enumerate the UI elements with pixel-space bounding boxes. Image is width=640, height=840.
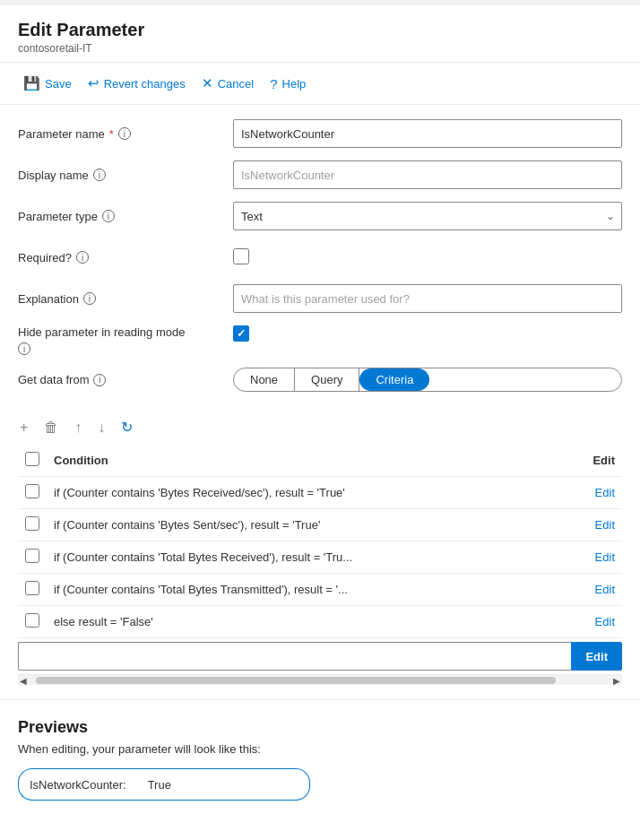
scroll-right-icon[interactable]: ▶ bbox=[611, 675, 622, 685]
help-button[interactable]: ? Help bbox=[264, 73, 311, 95]
select-all-checkbox[interactable] bbox=[25, 452, 39, 466]
row-checkbox-2[interactable] bbox=[25, 549, 39, 563]
condition-cell-0: if (Counter contains 'Bytes Received/sec… bbox=[47, 477, 568, 509]
parameter-type-label: Parameter type i bbox=[18, 210, 233, 223]
parameter-type-info-icon[interactable]: i bbox=[102, 210, 115, 222]
required-checkbox[interactable] bbox=[233, 248, 249, 264]
get-data-row: Get data from i None Query Criteria bbox=[18, 368, 622, 392]
row-checkbox-4[interactable] bbox=[25, 613, 39, 628]
edit-row-button-4[interactable]: Edit bbox=[595, 615, 615, 628]
required-control bbox=[233, 248, 622, 267]
cancel-button[interactable]: ✕ Cancel bbox=[196, 72, 259, 95]
display-name-input[interactable] bbox=[233, 160, 622, 189]
condition-cell-2: if (Counter contains 'Total Bytes Receiv… bbox=[47, 541, 568, 574]
edit-col-header: Edit bbox=[568, 445, 622, 477]
hide-param-checkbox-col: ✓ bbox=[233, 325, 249, 342]
refresh-button[interactable]: ↻ bbox=[119, 417, 134, 437]
criteria-table: Condition Edit if (Counter contains 'Byt… bbox=[18, 445, 622, 638]
hide-param-info-icon[interactable]: i bbox=[18, 342, 30, 355]
previews-description: When editing, your parameter will look l… bbox=[18, 742, 622, 756]
parameter-name-control bbox=[233, 119, 622, 148]
get-data-label: Get data from i bbox=[18, 373, 233, 386]
parameter-name-info-icon[interactable]: i bbox=[118, 127, 131, 140]
move-up-button[interactable]: ↑ bbox=[73, 418, 83, 437]
table-row: if (Counter contains 'Total Bytes Transm… bbox=[18, 574, 622, 606]
revert-icon: ↩ bbox=[88, 75, 99, 91]
display-name-control bbox=[233, 160, 622, 189]
bottom-text-input[interactable] bbox=[18, 642, 571, 671]
preview-value-input[interactable] bbox=[137, 768, 310, 801]
save-button[interactable]: 💾 Save bbox=[18, 72, 77, 95]
checkmark-icon: ✓ bbox=[237, 327, 246, 340]
cancel-label: Cancel bbox=[218, 77, 254, 91]
revert-button[interactable]: ↩ Revert changes bbox=[82, 72, 191, 95]
display-name-info-icon[interactable]: i bbox=[93, 169, 106, 181]
add-row-button[interactable]: + bbox=[18, 418, 30, 437]
scroll-thumb[interactable] bbox=[36, 677, 556, 684]
scroll-left-icon[interactable]: ◀ bbox=[18, 675, 29, 685]
help-icon: ? bbox=[270, 76, 277, 91]
horizontal-scrollbar[interactable]: ◀ ▶ bbox=[18, 674, 622, 685]
explanation-input[interactable] bbox=[233, 284, 622, 313]
table-row: if (Counter contains 'Total Bytes Receiv… bbox=[18, 541, 622, 574]
condition-cell-1: if (Counter contains 'Bytes Sent/sec'), … bbox=[47, 509, 568, 541]
display-name-row: Display name i bbox=[18, 160, 622, 189]
criteria-table-container: Condition Edit if (Counter contains 'Byt… bbox=[18, 445, 622, 685]
hide-param-info: i bbox=[18, 342, 233, 355]
explanation-info-icon[interactable]: i bbox=[83, 292, 96, 305]
parameter-type-dropdown[interactable]: Text Number Date Boolean bbox=[233, 202, 622, 230]
required-row: Required? i bbox=[18, 243, 622, 272]
previews-title: Previews bbox=[18, 718, 622, 737]
parameter-type-dropdown-wrapper: Text Number Date Boolean ⌄ bbox=[233, 202, 622, 230]
required-info-icon[interactable]: i bbox=[76, 251, 89, 264]
radio-none[interactable]: None bbox=[234, 368, 295, 391]
hide-param-row: Hide parameter in reading mode i ✓ bbox=[18, 325, 622, 355]
parameter-name-label: Parameter name * i bbox=[18, 127, 233, 141]
row-checkbox-0[interactable] bbox=[25, 484, 39, 498]
hide-param-checkbox[interactable]: ✓ bbox=[233, 325, 249, 342]
save-label: Save bbox=[45, 77, 72, 91]
table-row: else result = 'False' Edit bbox=[18, 606, 622, 638]
cancel-icon: ✕ bbox=[202, 75, 213, 91]
hide-param-text: Hide parameter in reading mode bbox=[18, 325, 233, 339]
display-name-label: Display name i bbox=[18, 169, 233, 182]
edit-row-button-0[interactable]: Edit bbox=[595, 486, 615, 499]
bottom-edit-button[interactable]: Edit bbox=[571, 642, 622, 671]
row-checkbox-1[interactable] bbox=[25, 516, 39, 531]
preview-field: IsNetworkCounter: bbox=[18, 768, 622, 801]
edit-row-button-3[interactable]: Edit bbox=[595, 583, 615, 596]
page-header: Edit Parameter contosoretail-IT bbox=[0, 5, 640, 63]
move-down-button[interactable]: ↓ bbox=[96, 418, 107, 437]
table-toolbar: + 🗑 ↑ ↓ ↻ bbox=[18, 410, 622, 445]
previews-section: Previews When editing, your parameter wi… bbox=[0, 699, 640, 801]
get-data-info-icon[interactable]: i bbox=[93, 374, 106, 386]
explanation-label: Explanation i bbox=[18, 292, 233, 306]
required-star: * bbox=[109, 127, 114, 141]
parameter-type-control: Text Number Date Boolean ⌄ bbox=[233, 202, 622, 230]
condition-cell-3: if (Counter contains 'Total Bytes Transm… bbox=[47, 574, 568, 606]
parameter-name-row: Parameter name * i bbox=[18, 119, 622, 148]
preview-label: IsNetworkCounter: bbox=[18, 768, 137, 801]
row-checkbox-3[interactable] bbox=[25, 581, 39, 595]
table-row: if (Counter contains 'Bytes Received/sec… bbox=[18, 477, 622, 509]
condition-cell-4: else result = 'False' bbox=[47, 606, 568, 638]
get-data-control: None Query Criteria bbox=[233, 368, 622, 392]
explanation-row: Explanation i bbox=[18, 284, 622, 313]
radio-query[interactable]: Query bbox=[295, 368, 359, 391]
page-title: Edit Parameter bbox=[18, 20, 622, 40]
help-label: Help bbox=[282, 77, 307, 91]
save-icon: 💾 bbox=[23, 75, 40, 91]
get-data-radio-group: None Query Criteria bbox=[233, 368, 622, 392]
delete-row-button[interactable]: 🗑 bbox=[42, 418, 60, 437]
radio-criteria[interactable]: Criteria bbox=[359, 368, 429, 391]
parameter-type-row: Parameter type i Text Number Date Boolea… bbox=[18, 202, 622, 230]
parameter-name-input[interactable] bbox=[233, 119, 622, 148]
page-subtitle: contosoretail-IT bbox=[18, 42, 622, 55]
bottom-edit-row: Edit bbox=[18, 642, 622, 671]
edit-row-button-2[interactable]: Edit bbox=[595, 550, 615, 564]
edit-row-button-1[interactable]: Edit bbox=[595, 518, 615, 532]
table-row: if (Counter contains 'Bytes Sent/sec'), … bbox=[18, 509, 622, 541]
form-body: Parameter name * i Display name i Parame… bbox=[0, 105, 640, 699]
hide-param-label-col: Hide parameter in reading mode i bbox=[18, 325, 233, 355]
condition-col-header: Condition bbox=[47, 445, 568, 477]
